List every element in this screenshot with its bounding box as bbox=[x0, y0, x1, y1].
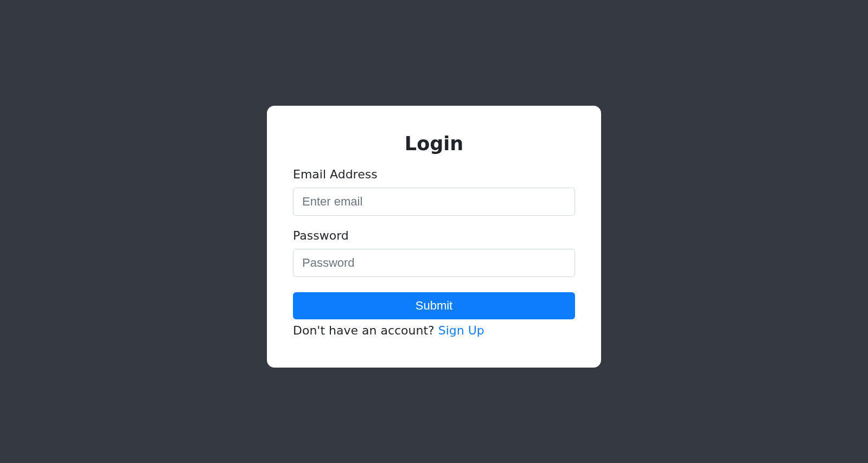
login-form: Email Address Password Submit Don't have… bbox=[293, 168, 575, 337]
signup-prompt: Don't have an account? bbox=[293, 324, 438, 337]
login-title: Login bbox=[293, 133, 575, 155]
login-card: Login Email Address Password Submit Don'… bbox=[267, 106, 601, 368]
email-label: Email Address bbox=[293, 168, 575, 181]
password-group: Password bbox=[293, 229, 575, 277]
email-field[interactable] bbox=[293, 188, 575, 216]
email-group: Email Address bbox=[293, 168, 575, 216]
submit-button[interactable]: Submit bbox=[293, 292, 575, 319]
password-field[interactable] bbox=[293, 249, 575, 277]
password-label: Password bbox=[293, 229, 575, 242]
signup-link[interactable]: Sign Up bbox=[438, 324, 484, 337]
signup-prompt-text: Don't have an account? Sign Up bbox=[293, 324, 575, 337]
